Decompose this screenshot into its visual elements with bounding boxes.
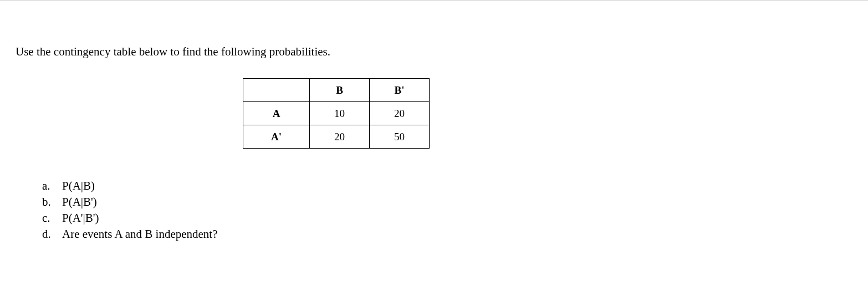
table-row-label-a: A	[243, 102, 310, 125]
table-row: A 10 20	[243, 102, 430, 125]
question-text: P(A|B')	[62, 195, 97, 209]
table-row-label-aprime: A'	[243, 125, 310, 149]
table-header-bprime: B'	[370, 79, 430, 102]
table-row: A' 20 50	[243, 125, 430, 149]
document-content: Use the contingency table below to find …	[0, 45, 868, 241]
table-header-row: B B'	[243, 79, 430, 102]
question-marker: c.	[42, 211, 62, 225]
question-marker: b.	[42, 195, 62, 209]
question-list: a. P(A|B) b. P(A|B') c. P(A'|B') d. Are …	[42, 179, 868, 241]
question-marker: a.	[42, 179, 62, 193]
instruction-text: Use the contingency table below to find …	[16, 45, 868, 59]
question-item: c. P(A'|B')	[42, 211, 868, 225]
table-cell: 20	[310, 125, 370, 149]
question-marker: d.	[42, 227, 62, 241]
question-item: b. P(A|B')	[42, 195, 868, 209]
page-top-rule	[0, 0, 868, 1]
question-text: P(A'|B')	[62, 211, 99, 225]
question-text: P(A|B)	[62, 179, 95, 193]
table-corner-cell	[243, 79, 310, 102]
table-cell: 50	[370, 125, 430, 149]
table-header-b: B	[310, 79, 370, 102]
contingency-table: B B' A 10 20 A' 20 50	[243, 78, 430, 149]
table-cell: 20	[370, 102, 430, 125]
contingency-table-wrapper: B B' A 10 20 A' 20 50	[243, 78, 868, 149]
question-text: Are events A and B independent?	[62, 227, 218, 241]
question-item: a. P(A|B)	[42, 179, 868, 193]
question-item: d. Are events A and B independent?	[42, 227, 868, 241]
table-cell: 10	[310, 102, 370, 125]
